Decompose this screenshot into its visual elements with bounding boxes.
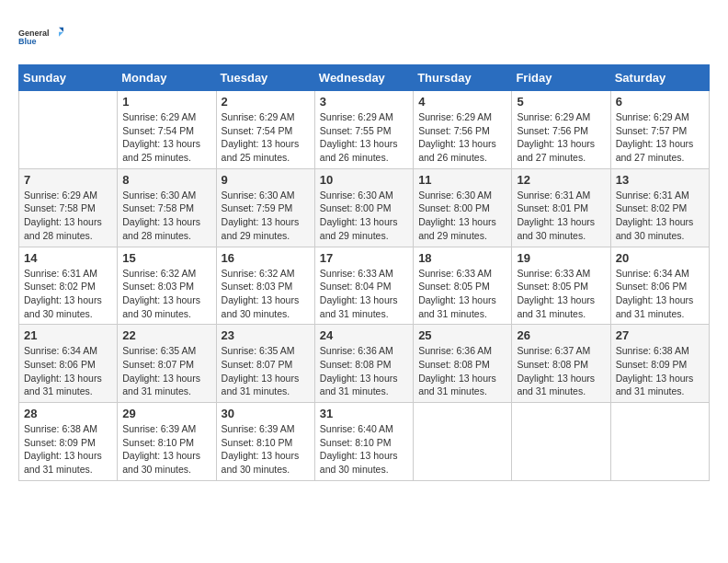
day-info: Sunrise: 6:36 AMSunset: 8:08 PMDaylight:…	[320, 344, 408, 398]
calendar-table: SundayMondayTuesdayWednesdayThursdayFrid…	[18, 64, 710, 481]
day-info: Sunrise: 6:29 AMSunset: 7:56 PMDaylight:…	[517, 110, 605, 165]
day-info: Sunrise: 6:33 AMSunset: 8:05 PMDaylight:…	[418, 267, 506, 321]
calendar-week-5: 28Sunrise: 6:38 AMSunset: 8:09 PMDayligh…	[19, 403, 710, 481]
svg-text:Blue: Blue	[18, 37, 37, 46]
calendar-cell: 22Sunrise: 6:35 AMSunset: 8:07 PMDayligh…	[118, 325, 216, 403]
calendar-cell: 7Sunrise: 6:29 AMSunset: 7:58 PMDaylight…	[19, 168, 118, 247]
day-number: 23	[222, 328, 310, 342]
day-info: Sunrise: 6:30 AMSunset: 8:00 PMDaylight:…	[418, 189, 506, 243]
calendar-cell: 15Sunrise: 6:32 AMSunset: 8:03 PMDayligh…	[118, 247, 216, 325]
day-info: Sunrise: 6:36 AMSunset: 8:08 PMDaylight:…	[418, 344, 506, 398]
day-info: Sunrise: 6:33 AMSunset: 8:04 PMDaylight:…	[320, 267, 408, 321]
day-info: Sunrise: 6:29 AMSunset: 7:57 PMDaylight:…	[616, 110, 704, 165]
day-number: 27	[616, 328, 704, 342]
day-number: 29	[122, 407, 210, 420]
column-header-sunday: Sunday	[19, 65, 118, 91]
calendar-cell: 10Sunrise: 6:30 AMSunset: 8:00 PMDayligh…	[314, 168, 413, 247]
day-info: Sunrise: 6:32 AMSunset: 8:03 PMDaylight:…	[122, 267, 210, 321]
column-header-friday: Friday	[512, 65, 610, 91]
calendar-cell	[414, 403, 512, 481]
day-info: Sunrise: 6:29 AMSunset: 7:55 PMDaylight:…	[320, 110, 408, 165]
day-info: Sunrise: 6:38 AMSunset: 8:09 PMDaylight:…	[616, 344, 704, 398]
calendar-cell: 6Sunrise: 6:29 AMSunset: 7:57 PMDaylight…	[610, 91, 709, 169]
svg-text:General: General	[18, 29, 50, 38]
column-header-wednesday: Wednesday	[314, 65, 413, 91]
calendar-week-2: 7Sunrise: 6:29 AMSunset: 7:58 PMDaylight…	[19, 168, 710, 247]
svg-marker-2	[59, 28, 63, 32]
day-number: 17	[320, 251, 408, 265]
calendar-cell: 17Sunrise: 6:33 AMSunset: 8:04 PMDayligh…	[314, 247, 413, 325]
day-info: Sunrise: 6:31 AMSunset: 8:01 PMDaylight:…	[517, 189, 605, 243]
calendar-cell	[19, 91, 118, 169]
day-info: Sunrise: 6:31 AMSunset: 8:02 PMDaylight:…	[24, 267, 112, 321]
calendar-cell: 26Sunrise: 6:37 AMSunset: 8:08 PMDayligh…	[512, 325, 610, 403]
day-info: Sunrise: 6:32 AMSunset: 8:03 PMDaylight:…	[222, 267, 310, 321]
calendar-cell: 23Sunrise: 6:35 AMSunset: 8:07 PMDayligh…	[216, 325, 314, 403]
calendar-cell: 24Sunrise: 6:36 AMSunset: 8:08 PMDayligh…	[314, 325, 413, 403]
day-number: 30	[222, 407, 310, 420]
day-number: 25	[418, 328, 506, 342]
day-info: Sunrise: 6:39 AMSunset: 8:10 PMDaylight:…	[122, 422, 210, 477]
day-info: Sunrise: 6:29 AMSunset: 7:58 PMDaylight:…	[24, 189, 112, 243]
page-header: General Blue	[18, 18, 710, 55]
calendar-cell: 3Sunrise: 6:29 AMSunset: 7:55 PMDaylight…	[314, 91, 413, 169]
day-info: Sunrise: 6:35 AMSunset: 8:07 PMDaylight:…	[222, 344, 310, 398]
day-number: 2	[222, 95, 310, 109]
day-number: 24	[320, 328, 408, 342]
day-number: 7	[24, 173, 112, 187]
day-number: 13	[616, 173, 704, 187]
calendar-cell: 25Sunrise: 6:36 AMSunset: 8:08 PMDayligh…	[414, 325, 512, 403]
day-number: 31	[320, 407, 408, 420]
day-info: Sunrise: 6:29 AMSunset: 7:54 PMDaylight:…	[222, 110, 310, 165]
day-info: Sunrise: 6:39 AMSunset: 8:10 PMDaylight:…	[222, 422, 310, 477]
day-number: 8	[122, 173, 210, 187]
calendar-cell: 5Sunrise: 6:29 AMSunset: 7:56 PMDaylight…	[512, 91, 610, 169]
calendar-week-4: 21Sunrise: 6:34 AMSunset: 8:06 PMDayligh…	[19, 325, 710, 403]
day-info: Sunrise: 6:40 AMSunset: 8:10 PMDaylight:…	[320, 422, 408, 477]
calendar-cell: 1Sunrise: 6:29 AMSunset: 7:54 PMDaylight…	[118, 91, 216, 169]
day-number: 26	[517, 328, 605, 342]
day-number: 3	[320, 95, 408, 109]
calendar-cell: 12Sunrise: 6:31 AMSunset: 8:01 PMDayligh…	[512, 168, 610, 247]
column-header-saturday: Saturday	[610, 65, 709, 91]
day-number: 19	[517, 251, 605, 265]
day-info: Sunrise: 6:30 AMSunset: 7:59 PMDaylight:…	[222, 189, 310, 243]
day-number: 15	[122, 251, 210, 265]
day-info: Sunrise: 6:30 AMSunset: 8:00 PMDaylight:…	[320, 189, 408, 243]
day-number: 16	[222, 251, 310, 265]
day-info: Sunrise: 6:33 AMSunset: 8:05 PMDaylight:…	[517, 267, 605, 321]
calendar-cell: 31Sunrise: 6:40 AMSunset: 8:10 PMDayligh…	[314, 403, 413, 481]
calendar-cell: 4Sunrise: 6:29 AMSunset: 7:56 PMDaylight…	[414, 91, 512, 169]
day-number: 22	[122, 328, 210, 342]
calendar-cell: 14Sunrise: 6:31 AMSunset: 8:02 PMDayligh…	[19, 247, 118, 325]
calendar-week-3: 14Sunrise: 6:31 AMSunset: 8:02 PMDayligh…	[19, 247, 710, 325]
day-number: 4	[418, 95, 506, 109]
day-number: 5	[517, 95, 605, 109]
calendar-header-row: SundayMondayTuesdayWednesdayThursdayFrid…	[19, 65, 710, 91]
day-number: 11	[418, 173, 506, 187]
day-info: Sunrise: 6:37 AMSunset: 8:08 PMDaylight:…	[517, 344, 605, 398]
day-number: 12	[517, 173, 605, 187]
day-number: 1	[122, 95, 210, 109]
calendar-cell: 21Sunrise: 6:34 AMSunset: 8:06 PMDayligh…	[19, 325, 118, 403]
column-header-tuesday: Tuesday	[216, 65, 314, 91]
calendar-cell: 9Sunrise: 6:30 AMSunset: 7:59 PMDaylight…	[216, 168, 314, 247]
day-number: 28	[24, 407, 112, 420]
calendar-body: 1Sunrise: 6:29 AMSunset: 7:54 PMDaylight…	[19, 91, 710, 481]
day-number: 9	[222, 173, 310, 187]
calendar-cell: 11Sunrise: 6:30 AMSunset: 8:00 PMDayligh…	[414, 168, 512, 247]
day-number: 21	[24, 328, 112, 342]
day-info: Sunrise: 6:35 AMSunset: 8:07 PMDaylight:…	[122, 344, 210, 398]
calendar-cell: 29Sunrise: 6:39 AMSunset: 8:10 PMDayligh…	[118, 403, 216, 481]
day-info: Sunrise: 6:34 AMSunset: 8:06 PMDaylight:…	[616, 267, 704, 321]
day-info: Sunrise: 6:31 AMSunset: 8:02 PMDaylight:…	[616, 189, 704, 243]
day-number: 14	[24, 251, 112, 265]
calendar-cell: 16Sunrise: 6:32 AMSunset: 8:03 PMDayligh…	[216, 247, 314, 325]
calendar-cell	[512, 403, 610, 481]
logo-svg: General Blue	[18, 18, 64, 55]
day-number: 10	[320, 173, 408, 187]
day-number: 6	[616, 95, 704, 109]
day-info: Sunrise: 6:29 AMSunset: 7:56 PMDaylight:…	[418, 110, 506, 165]
day-info: Sunrise: 6:38 AMSunset: 8:09 PMDaylight:…	[24, 422, 112, 477]
calendar-cell: 8Sunrise: 6:30 AMSunset: 7:58 PMDaylight…	[118, 168, 216, 247]
